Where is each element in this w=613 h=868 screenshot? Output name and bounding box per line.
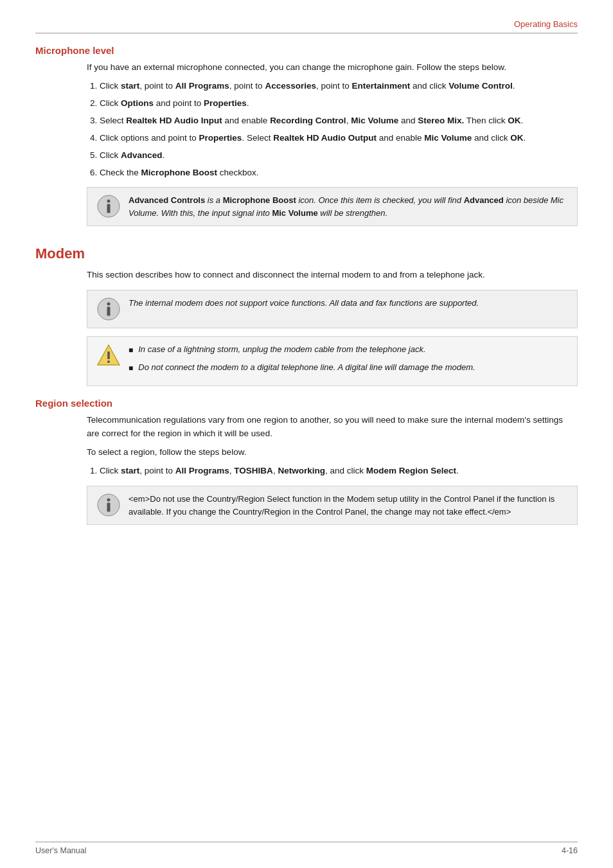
warning-item-2: Do not connect the modem to a digital te…: [129, 361, 475, 374]
footer: User's Manual 4-16: [35, 842, 578, 855]
svg-point-8: [107, 360, 110, 363]
svg-point-10: [107, 499, 111, 502]
mic-step-6: Check the Microphone Boost checkbox.: [100, 166, 578, 180]
mic-step-2: Click Options and point to Properties.: [100, 97, 578, 111]
modem-intro-block: This section describes how to connect an…: [87, 269, 578, 282]
footer-right: 4-16: [562, 846, 578, 855]
mic-step-3: Select Realtek HD Audio Input and enable…: [100, 114, 578, 128]
svg-rect-2: [107, 204, 111, 213]
mic-step-5: Click Advanced.: [100, 149, 578, 163]
microphone-intro-text: If you have an external microphone conne…: [87, 61, 578, 75]
info-icon: [96, 194, 121, 218]
region-note-box: <em>Do not use the Country/Region Select…: [87, 486, 578, 525]
svg-rect-5: [107, 307, 111, 316]
page: Operating Basics Microphone level If you…: [0, 0, 613, 868]
region-step-1: Click start, point to All Programs, TOSH…: [100, 465, 578, 478]
region-intro-text2: To select a region, follow the steps bel…: [87, 446, 578, 459]
header-title: Operating Basics: [514, 19, 578, 29]
info-icon-3: [96, 493, 121, 517]
microphone-note-box: Advanced Controls is a Microphone Boost …: [87, 187, 578, 226]
region-steps-list: Click start, point to All Programs, TOSH…: [100, 465, 578, 478]
modem-heading: Modem: [35, 245, 578, 262]
mic-step-1: Click start, point to All Programs, poin…: [100, 80, 578, 93]
modem-info-box: The internal modem does not support voic…: [87, 290, 578, 328]
svg-rect-11: [107, 503, 111, 512]
info-icon-2: [96, 297, 121, 321]
modem-section: Modem This section describes how to conn…: [35, 245, 578, 386]
microphone-note-text: Advanced Controls is a Microphone Boost …: [129, 194, 568, 219]
warning-icon: [96, 343, 121, 368]
modem-warning-text: In case of a lightning storm, unplug the…: [129, 343, 475, 379]
modem-intro-text: This section describes how to connect an…: [87, 269, 578, 282]
warning-list: In case of a lightning storm, unplug the…: [129, 343, 475, 374]
svg-point-1: [107, 200, 111, 203]
mic-step-4: Click options and point to Properties. S…: [100, 132, 578, 145]
svg-point-4: [107, 303, 111, 306]
region-selection-intro-block: Telecommunication regulations vary from …: [87, 414, 578, 478]
region-selection-section: Region selection Telecommunication regul…: [35, 398, 578, 525]
microphone-level-intro: If you have an external microphone conne…: [87, 61, 578, 179]
top-bar: Operating Basics: [35, 19, 578, 33]
modem-info-text: The internal modem does not support voic…: [129, 297, 479, 310]
warning-item-1: In case of a lightning storm, unplug the…: [129, 343, 475, 356]
microphone-level-section: Microphone level If you have an external…: [35, 45, 578, 226]
microphone-steps-list: Click start, point to All Programs, poin…: [100, 80, 578, 180]
region-selection-heading: Region selection: [35, 398, 578, 409]
modem-warning-box: In case of a lightning storm, unplug the…: [87, 336, 578, 386]
footer-left: User's Manual: [35, 846, 87, 855]
region-intro-text: Telecommunication regulations vary from …: [87, 414, 578, 441]
svg-rect-7: [107, 351, 110, 359]
region-note-text: <em>Do not use the Country/Region Select…: [129, 493, 568, 518]
microphone-level-heading: Microphone level: [35, 45, 578, 56]
